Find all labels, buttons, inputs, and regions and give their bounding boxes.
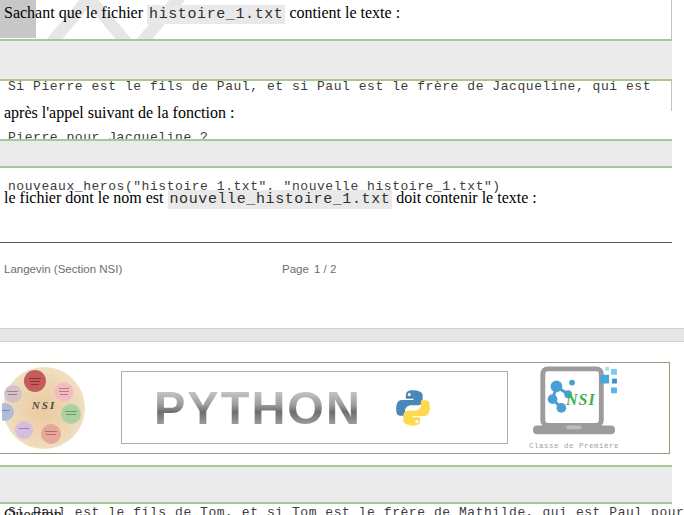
python-logo-icon [392, 387, 434, 429]
intro-text-after: contient le texte : [285, 4, 400, 21]
intro-paragraph: Sachant que le fichier histoire_1.txt co… [4, 2, 400, 25]
laptop-nsi-label: NSI [566, 391, 596, 409]
inline-code-filename: histoire_1.txt [147, 5, 285, 24]
intro-text-before: Sachant que le fichier [4, 4, 147, 21]
code-block-function-call: nouveaux_heros("histoire_1.txt", "nouvel… [0, 139, 672, 168]
after-call-paragraph: après l'appel suivant de la fonction : [4, 102, 234, 123]
code-block-story-2: Si Paul est le fils de Tom, et si Tom es… [0, 465, 672, 504]
footer-page-number: 1 / 2 [314, 263, 336, 275]
banner-image-box: NSI PYTHON [0, 362, 670, 454]
nsi-diagram-label: NSI [22, 399, 66, 411]
python-title: PYTHON [154, 380, 362, 435]
footer-author: Langevin (Section NSI) [4, 263, 122, 275]
next-section-heading: Question [4, 506, 62, 515]
result-paragraph: le fichier dont le nom est nouvelle_hist… [4, 187, 537, 210]
page-break-gap [0, 328, 684, 342]
inline-code-filename: nouvelle_histoire_1.txt [168, 190, 393, 209]
code-line: Si Paul est le fils de Tom, et si Tom es… [8, 504, 664, 515]
result-text-after: doit contenir le texte : [392, 189, 536, 206]
footer-divider [0, 242, 672, 243]
code-block-story-1: Si Pierre est le fils de Paul, et si Pau… [0, 39, 672, 81]
laptop-caption: Classe de Première [529, 442, 619, 450]
document-viewport[interactable]: { "document": { "page1": { "intro": { "b… [0, 0, 684, 515]
code-line: Si Pierre est le fils de Paul, et si Pau… [8, 78, 664, 95]
footer-page-label: Page [282, 263, 309, 275]
page-footer: Langevin (Section NSI) Page 1 / 2 [0, 263, 672, 279]
result-text-before: le fichier dont le nom est [4, 189, 168, 206]
python-banner: PYTHON [121, 371, 508, 444]
